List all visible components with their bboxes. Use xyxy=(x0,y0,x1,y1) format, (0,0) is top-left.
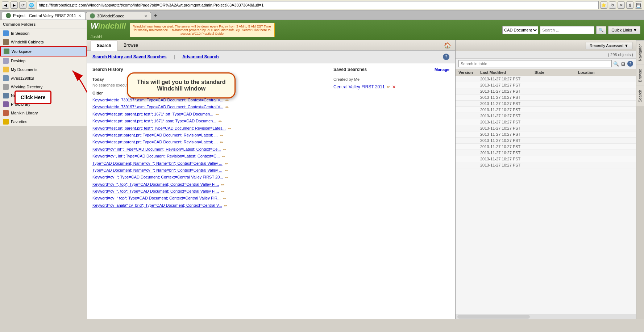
table-row[interactable]: 2013-11-27 10:27 PST xyxy=(456,88,636,94)
history-item-edit[interactable]: ✏ xyxy=(224,203,227,208)
history-item-link[interactable]: Keyword=test.prt; parent.prt; test*; 167… xyxy=(92,112,213,117)
address-bar[interactable] xyxy=(37,1,599,9)
refresh-button[interactable]: ⟳ xyxy=(19,1,26,9)
table-row[interactable]: 2013-11-27 10:27 PST xyxy=(456,101,636,107)
history-item-link[interactable]: Keyword=cv_*, top*; Type=CAD Document; C… xyxy=(92,189,219,194)
table-row[interactable]: 2013-11-27 10:27 PST xyxy=(456,138,636,144)
sidebar-item-insession[interactable]: In Session xyxy=(0,29,87,38)
history-item-link[interactable]: Keyword=test.prt parent.prt; Type=CAD Do… xyxy=(92,133,218,138)
saved-item-1-delete[interactable]: ✕ xyxy=(392,84,396,89)
print-button[interactable]: 🖨 xyxy=(626,1,633,9)
tab-2-close[interactable]: ✕ xyxy=(144,14,147,18)
search-type-select[interactable]: CAD Document xyxy=(502,26,538,34)
history-item-edit[interactable]: ✏ xyxy=(225,168,228,173)
side-tab-browse[interactable]: Browse xyxy=(636,65,644,86)
history-item-link[interactable]: Type=CAD Document; Name=cv_*; Name=bri*;… xyxy=(92,168,223,173)
object-count: ( 296 objects ) xyxy=(608,52,633,57)
table-row[interactable]: 2013-11-27 10:27 PST xyxy=(456,113,636,119)
cell-modified: 2013-11-27 10:27 PST xyxy=(480,120,535,124)
sidebar-item-cabinets[interactable]: Windchill Cabinets xyxy=(0,38,87,46)
history-item-link[interactable]: Keyword=cv* int*; Type=CAD Document; Rev… xyxy=(92,147,221,152)
table-row[interactable]: 2013-11-27 10:27 PST xyxy=(456,162,636,168)
help-icon[interactable]: ? xyxy=(443,54,449,60)
scrollbar[interactable] xyxy=(456,314,636,319)
history-item-link[interactable]: Keyword=cv_*; Type=CAD Document; Context… xyxy=(92,175,223,180)
history-item-link[interactable]: Keyword=cv*, int*; Type=CAD Document; Re… xyxy=(92,154,220,159)
back-button[interactable]: ◀ xyxy=(2,1,9,9)
history-item-link[interactable]: Keyword=cv_* top*; Type=CAD Document; Co… xyxy=(92,196,221,201)
sidebar-item-favorites[interactable]: Favorites xyxy=(0,117,87,126)
history-item-edit[interactable]: ✏ xyxy=(220,133,223,138)
history-item-edit[interactable]: ✏ xyxy=(223,196,226,201)
history-item-link[interactable]: Keyword=test.prt; parent.prt; test*; 167… xyxy=(92,118,216,124)
home-browser-button[interactable]: 🌐 xyxy=(28,1,35,9)
history-item-link[interactable]: Type=CAD Document; Name=cv_*; Name=bri*;… xyxy=(92,161,223,166)
history-item-edit[interactable]: ✏ xyxy=(225,161,228,166)
right-search-input[interactable] xyxy=(458,60,612,67)
sidebar-item-manikin[interactable]: Manikin Library xyxy=(0,109,87,117)
history-item-edit[interactable]: ✏ xyxy=(225,105,229,110)
history-item-edit[interactable]: ✏ xyxy=(220,140,223,145)
save-button[interactable]: 💾 xyxy=(635,1,642,9)
history-item-link[interactable]: Keyword=cv_anala* cv_brid*; Type=CAD Doc… xyxy=(92,203,222,208)
table-row[interactable]: 2013-11-27 10:27 PST xyxy=(456,82,636,88)
advanced-search-link[interactable]: Advanced Search xyxy=(182,54,219,59)
view-toggle-icon[interactable]: ⊞ xyxy=(621,61,625,67)
history-item-edit[interactable]: ✏ xyxy=(216,112,219,117)
history-item-edit[interactable]: ✏ xyxy=(222,154,225,159)
history-item-edit[interactable]: ✏ xyxy=(225,175,228,180)
sidebar-item-workspace[interactable]: Workspace xyxy=(0,46,87,56)
browser-tab-1[interactable]: Project - Central Valley FIRST 2011 ✕ xyxy=(2,12,85,20)
table-row[interactable]: 2013-11-27 10:27 PST xyxy=(456,76,636,82)
history-item-link[interactable]: Keyword=test.prt; parent.prt; test*; Typ… xyxy=(92,126,226,131)
table-row[interactable]: 2013-11-27 10:27 PST xyxy=(456,150,636,156)
right-toolbar: ( 296 objects ) xyxy=(456,51,636,59)
table-row[interactable]: 2013-11-27 10:27 PST xyxy=(456,156,636,162)
manage-link[interactable]: Manage xyxy=(435,67,449,72)
saved-item-1-link[interactable]: Central Valley FIRST 2011 xyxy=(333,84,385,89)
table-row[interactable]: 2013-11-27 10:27 PST xyxy=(456,144,636,150)
browser-tab-2[interactable]: 3DModelSpace ✕ xyxy=(86,12,151,20)
right-help-icon[interactable]: ? xyxy=(627,61,633,67)
windchill-search-button[interactable]: 🔍 xyxy=(596,26,606,34)
history-item-edit[interactable]: ✏ xyxy=(219,119,222,124)
history-item-edit[interactable]: ✏ xyxy=(225,98,229,103)
history-item-edit[interactable]: ✏ xyxy=(221,189,224,194)
recently-accessed-button[interactable]: Recently Accessed ▼ xyxy=(586,42,632,49)
table-row[interactable]: 2013-11-27 10:27 PST xyxy=(456,119,636,125)
table-row[interactable]: 2013-11-27 10:27 PST xyxy=(456,107,636,113)
windchill-search-input[interactable] xyxy=(540,26,594,34)
tab-search[interactable]: Search xyxy=(91,41,117,51)
history-item-edit[interactable]: ✏ xyxy=(221,182,224,187)
table-row[interactable]: 2013-11-27 10:27 PST xyxy=(456,131,636,138)
new-tab-button[interactable]: + xyxy=(152,12,159,20)
favorites-button[interactable]: ⭐ xyxy=(600,1,607,9)
table-row[interactable]: 2013-11-27 10:27 PST xyxy=(456,125,636,131)
side-tab-navigator[interactable]: Navigator xyxy=(636,40,644,65)
history-item-link[interactable]: Keyword=tetrix_739197*.asm; Type=CAD Doc… xyxy=(92,104,223,110)
search-history-link[interactable]: Search History and Saved Searches xyxy=(92,54,167,59)
forward-button[interactable]: ▶ xyxy=(11,1,18,9)
refresh-btn2[interactable]: ↻ xyxy=(609,1,616,9)
saved-item-1-edit[interactable]: ✏ xyxy=(387,84,390,89)
history-item-edit[interactable]: ✏ xyxy=(228,126,231,131)
history-item-link[interactable]: Keyword=test.prt parent.prt; Type=CAD Do… xyxy=(92,139,218,145)
tab-1-close[interactable]: ✕ xyxy=(78,14,81,18)
cell-modified: 2013-11-27 10:27 PST xyxy=(480,151,535,155)
saved-col-header: Saved Searches Manage xyxy=(333,67,449,74)
cell-modified: 2013-11-27 10:27 PST xyxy=(480,95,535,100)
history-item-link[interactable]: Keyword=cv_*, top*; Type=CAD Document; C… xyxy=(92,182,219,187)
home-icon[interactable]: 🏠 xyxy=(444,42,451,49)
cell-version xyxy=(458,101,480,106)
tab-browse[interactable]: Browse xyxy=(117,40,144,50)
side-tab-search[interactable]: Search xyxy=(636,86,644,106)
right-search-icon[interactable]: 🔍 xyxy=(613,61,619,67)
history-item-edit[interactable]: ✏ xyxy=(223,147,226,152)
scrollbar-thumb[interactable] xyxy=(457,315,530,319)
right-header: Recently Accessed ▼ xyxy=(456,40,636,51)
table-row[interactable]: 2013-11-27 10:27 PST xyxy=(456,94,636,101)
stop-button[interactable]: ✕ xyxy=(618,1,625,9)
quick-links-button[interactable]: Quick Links ▼ xyxy=(608,26,640,34)
cell-modified: 2013-11-27 10:27 PST xyxy=(480,114,535,118)
windchill-logo-text: indchill xyxy=(98,21,126,30)
